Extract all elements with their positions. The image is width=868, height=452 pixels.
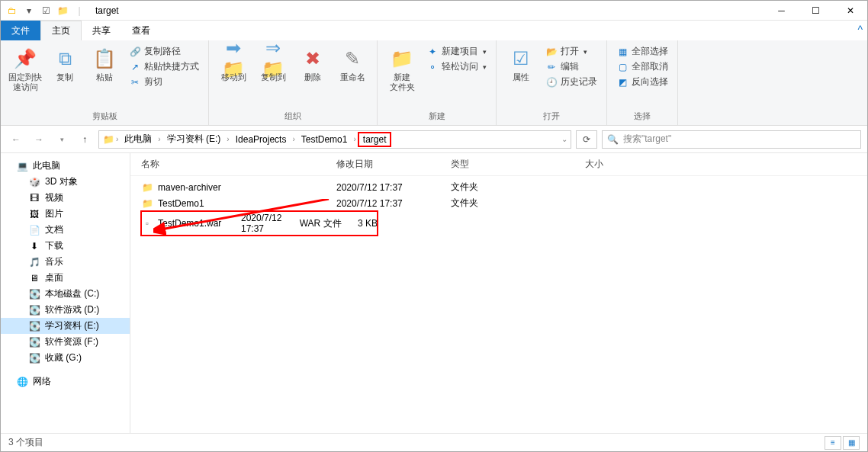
back-button[interactable]: ← xyxy=(7,130,25,149)
rename-button[interactable]: ✎ 重命名 xyxy=(334,43,371,85)
chevron-right-icon[interactable]: › xyxy=(116,135,118,143)
newfolder-button[interactable]: 📁 新建 文件夹 xyxy=(384,43,420,95)
tree-item[interactable]: 💻此电脑 xyxy=(1,158,130,174)
copyto-button[interactable]: ⇒📁 复制到 xyxy=(255,43,291,85)
crumb-thispc[interactable]: 此电脑 xyxy=(120,131,156,147)
file-name: maven-archiver xyxy=(158,182,221,193)
col-name[interactable]: 名称 xyxy=(141,158,336,171)
tree-item[interactable]: 💽软件资源 (F:) xyxy=(1,334,130,350)
search-input[interactable]: 🔍 搜索"target" xyxy=(602,130,861,149)
properties-icon: ☑ xyxy=(509,46,533,71)
group-label-clipboard: 剪贴板 xyxy=(7,109,202,122)
open-button[interactable]: 📂打开▾ xyxy=(545,45,597,58)
folder-icon: 📁 xyxy=(141,181,153,194)
file-row[interactable]: 📁maven-archiver 2020/7/12 17:37 文件夹 xyxy=(141,179,867,195)
maximize-button[interactable]: ☐ xyxy=(799,1,833,21)
tab-view[interactable]: 查看 xyxy=(121,21,161,40)
tree-item-label: 音乐 xyxy=(45,255,63,268)
selectall-button[interactable]: ▦全部选择 xyxy=(616,45,668,58)
chevron-right-icon[interactable]: › xyxy=(353,135,355,143)
chevron-right-icon[interactable]: › xyxy=(158,135,160,143)
tree-item-label: 本地磁盘 (C:) xyxy=(45,287,99,300)
tree-item[interactable]: 💽软件游戏 (D:) xyxy=(1,302,130,318)
collapse-ribbon-icon[interactable]: ^ xyxy=(857,24,863,36)
recent-button[interactable]: ▾ xyxy=(53,130,71,149)
tree-item-label: 软件游戏 (D:) xyxy=(45,303,99,316)
newitem-button[interactable]: ✦新建项目▾ xyxy=(426,45,487,58)
moveto-icon: ➡📁 xyxy=(221,46,246,71)
col-type[interactable]: 类型 xyxy=(451,158,542,171)
pasteshortcut-button[interactable]: ↗粘贴快捷方式 xyxy=(129,60,199,73)
file-row[interactable]: ▫TestDemo1.war 2020/7/12 17:37 WAR 文件 3 … xyxy=(141,211,378,236)
newfolder-icon: 📁 xyxy=(390,46,414,71)
tree-item[interactable]: 🖥桌面 xyxy=(1,270,130,286)
tree-item[interactable]: 🎞视频 xyxy=(1,190,130,206)
folder-icon: 🗀 xyxy=(5,4,19,18)
tree-item-label: 文档 xyxy=(45,223,63,236)
cut-button[interactable]: ✂剪切 xyxy=(129,75,199,88)
paste-button[interactable]: 📋 粘贴 xyxy=(86,43,123,85)
tree-item[interactable]: 🎲3D 对象 xyxy=(1,174,130,190)
main-area: 💻此电脑🎲3D 对象🎞视频🖼图片📄文档⬇下载🎵音乐🖥桌面💽本地磁盘 (C:)💽软… xyxy=(1,153,867,433)
invert-icon: ◩ xyxy=(616,76,628,88)
file-date: 2020/7/12 17:37 xyxy=(241,213,300,234)
tree-item[interactable]: 📄文档 xyxy=(1,222,130,238)
history-icon: 🕘 xyxy=(545,76,558,88)
column-headers: 名称 修改日期 类型 大小 xyxy=(130,153,867,176)
tab-share[interactable]: 共享 xyxy=(82,21,121,40)
delete-button[interactable]: ✖ 删除 xyxy=(294,43,331,85)
tree-item[interactable]: 🖼图片 xyxy=(1,206,130,222)
tree-item[interactable]: 💽收藏 (G:) xyxy=(1,350,130,366)
breadcrumb[interactable]: 📁 › 此电脑 › 学习资料 (E:) › IdeaProjects › Tes… xyxy=(98,130,571,149)
3d-icon: 🎲 xyxy=(28,176,40,188)
rename-icon: ✎ xyxy=(340,46,365,71)
tree-item-label: 此电脑 xyxy=(33,159,60,172)
easyaccess-button[interactable]: ⚬轻松访问▾ xyxy=(426,60,487,73)
chevron-down-icon[interactable]: ⌄ xyxy=(561,135,567,143)
col-date[interactable]: 修改日期 xyxy=(336,158,451,171)
moveto-button[interactable]: ➡📁 移动到 xyxy=(215,43,252,85)
tree-item[interactable]: ⬇下载 xyxy=(1,238,130,254)
copypath-button[interactable]: 🔗复制路径 xyxy=(129,45,199,58)
properties-button[interactable]: ☑ 属性 xyxy=(503,43,539,85)
ribbon: 📌 固定到快 速访问 ⧉ 复制 📋 粘贴 🔗复制路径 ↗粘贴快捷方式 ✂剪切 剪… xyxy=(1,40,867,126)
refresh-button[interactable]: ⟳ xyxy=(576,130,597,149)
minimize-button[interactable]: ─ xyxy=(764,1,799,21)
desk-icon: 🖥 xyxy=(28,272,40,284)
edit-icon: ✏ xyxy=(545,61,558,73)
close-button[interactable]: ✕ xyxy=(833,1,867,21)
path-icon: 🔗 xyxy=(129,46,141,58)
tree-item[interactable]: 💽本地磁盘 (C:) xyxy=(1,286,130,302)
history-button[interactable]: 🕘历史记录 xyxy=(545,75,597,88)
pin-icon: 📌 xyxy=(13,46,37,71)
tree-item[interactable]: 🌐网络 xyxy=(1,373,130,389)
selectnone-button[interactable]: ▢全部取消 xyxy=(616,60,668,73)
invert-button[interactable]: ◩反向选择 xyxy=(616,75,668,88)
forward-button[interactable]: → xyxy=(30,130,48,149)
tab-home[interactable]: 主页 xyxy=(40,21,82,40)
down-arrow-icon[interactable]: ▾ xyxy=(22,4,36,18)
crumb-testdemo1[interactable]: TestDemo1 xyxy=(297,133,352,146)
crumb-target[interactable]: target xyxy=(358,132,392,147)
nav-tree[interactable]: 💻此电脑🎲3D 对象🎞视频🖼图片📄文档⬇下载🎵音乐🖥桌面💽本地磁盘 (C:)💽软… xyxy=(1,153,130,433)
file-type: 文件夹 xyxy=(451,181,542,194)
crumb-drive[interactable]: 学习资料 (E:) xyxy=(162,131,226,147)
view-details-button[interactable]: ≡ xyxy=(825,436,841,450)
col-size[interactable]: 大小 xyxy=(542,158,603,171)
properties-icon[interactable]: ☑ xyxy=(39,4,53,18)
copy-button[interactable]: ⧉ 复制 xyxy=(47,43,83,85)
tab-file[interactable]: 文件 xyxy=(1,21,40,40)
file-size: 3 KB xyxy=(346,218,378,229)
view-icons-button[interactable]: ▦ xyxy=(843,436,860,450)
crumb-ideaprojects[interactable]: IdeaProjects xyxy=(231,133,291,146)
edit-button[interactable]: ✏编辑 xyxy=(545,60,597,73)
chevron-right-icon[interactable]: › xyxy=(292,135,294,143)
chevron-right-icon[interactable]: › xyxy=(227,135,229,143)
pin-button[interactable]: 📌 固定到快 速访问 xyxy=(7,43,43,95)
up-button[interactable]: ↑ xyxy=(76,130,94,149)
tree-item[interactable]: 🎵音乐 xyxy=(1,254,130,270)
paste-icon: 📋 xyxy=(92,46,117,71)
tree-item[interactable]: 💽学习资料 (E:) xyxy=(1,318,130,334)
file-row[interactable]: 📁TestDemo1 2020/7/12 17:37 文件夹 xyxy=(141,195,867,211)
tree-item-label: 下载 xyxy=(45,239,63,252)
